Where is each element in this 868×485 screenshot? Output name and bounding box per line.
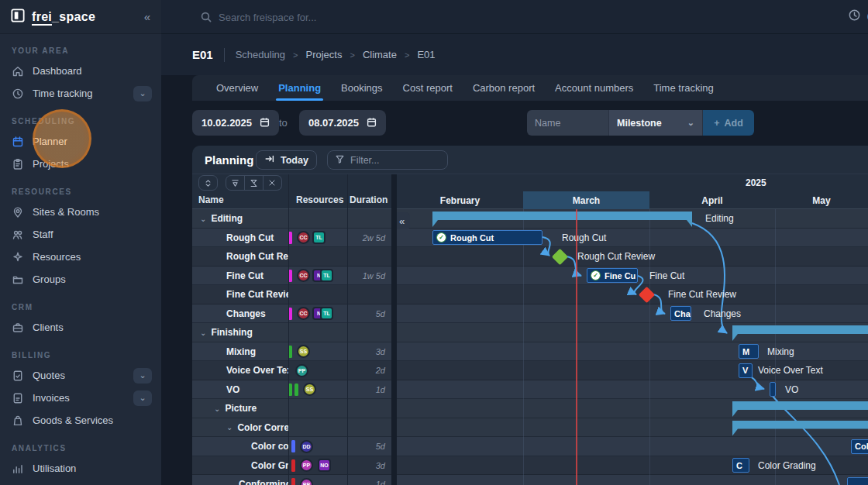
milestone-name-input[interactable] <box>527 110 609 136</box>
table-row-voice-over-text[interactable]: Voice Over Text PP 2d <box>192 361 391 380</box>
milestone-type-select[interactable]: Milestone ⌄ <box>609 110 703 136</box>
tab-cost-report[interactable]: Cost report <box>393 75 463 101</box>
sidebar-collapse-icon[interactable]: « <box>144 10 150 23</box>
clipboard-icon <box>12 158 24 170</box>
breadcrumb-scheduling[interactable]: Scheduling <box>236 49 285 60</box>
gantt-bar-fine-cut[interactable]: ✓ Fine Cu <box>587 268 638 283</box>
section-label-scheduling: SCHEDULING <box>12 117 161 126</box>
sidebar-item-time-tracking[interactable]: Time tracking ⌄ <box>0 82 161 105</box>
logo-text: frei_space <box>32 10 95 24</box>
sidebar-item-quotes[interactable]: Quotes ⌄ <box>0 364 161 387</box>
add-button[interactable]: + Add <box>703 110 754 136</box>
table-row-editing[interactable]: ⌄Editing <box>192 209 391 229</box>
tab-carbon-report[interactable]: Carbon report <box>463 75 545 101</box>
collapse-all-icon[interactable] <box>226 175 245 191</box>
sidebar-item-projects[interactable]: Projects <box>0 153 161 175</box>
gantt-bar-color-grading[interactable]: C <box>732 458 749 473</box>
tab-time-tracking[interactable]: Time tracking <box>643 75 724 101</box>
sidebar-item-resources[interactable]: Resources <box>0 246 161 268</box>
chart-row <box>397 475 868 485</box>
gantt-label-fine-cut-review: Fine Cut Review <box>668 289 736 300</box>
breadcrumb-projects[interactable]: Projects <box>305 49 342 60</box>
gantt-bar-mixing[interactable]: M <box>739 344 759 359</box>
sidebar-item-groups[interactable]: Groups <box>0 268 161 291</box>
gantt-bar-conforming[interactable] <box>847 477 868 485</box>
clock-icon <box>848 9 861 24</box>
gantt-bar-voice-over-text[interactable]: V <box>739 363 753 378</box>
table-row-finishing[interactable]: ⌄Finishing <box>192 323 391 342</box>
tab-overview[interactable]: Overview <box>206 75 268 101</box>
table-row-rough-cut-review[interactable]: Rough Cut Review <box>192 247 391 267</box>
sidebar-item-planner[interactable]: Planner <box>0 130 161 153</box>
main-area: 0 E01 Scheduling > Projects > Climate > … <box>161 0 868 485</box>
chevron-down-icon[interactable]: ⌄ <box>226 423 232 432</box>
tab-account-numbers[interactable]: Account numbers <box>545 75 643 101</box>
chevron-down-icon[interactable]: ⌄ <box>200 328 206 337</box>
table-row-color-correction[interactable]: Color correction DD 5d <box>192 437 391 456</box>
breadcrumb-climate[interactable]: Climate <box>363 49 397 60</box>
resource-badge: CC <box>297 231 310 244</box>
table-row-rough-cut[interactable]: Rough Cut CC TL 2w 5d <box>192 229 391 248</box>
table-row-vo[interactable]: VO SS 1d <box>192 380 391 400</box>
table-row-conforming[interactable]: Conforming PP 1d <box>192 475 391 485</box>
collapse-table-icon[interactable]: « <box>397 212 410 229</box>
table-row-fine-cut[interactable]: Fine Cut CC N TL 1w 5d <box>192 267 391 286</box>
duration-value: 2w 5d <box>363 229 385 248</box>
sidebar-item-staff[interactable]: Staff <box>0 223 161 246</box>
sidebar-item-utilisation[interactable]: Utilisation <box>0 457 161 480</box>
table-row-mixing[interactable]: Mixing SS 3d <box>192 342 391 362</box>
logo[interactable]: frei_space « <box>0 0 161 34</box>
gantt-bar-changes[interactable]: Cha <box>670 306 691 321</box>
resource-badge: PP <box>300 478 313 485</box>
date-from-field[interactable]: 10.02.2025 <box>192 110 279 136</box>
sidebar-item-goods-services[interactable]: Goods & Services <box>0 409 161 432</box>
duration-value: 3d <box>376 342 385 362</box>
duration-value: 5d <box>376 437 385 456</box>
table-row-color-grading[interactable]: Color Grading PP NO 3d <box>192 456 391 476</box>
table-row-picture[interactable]: ⌄Picture <box>192 399 391 418</box>
duration-value: 1w 5d <box>363 267 385 286</box>
resource-badge: CC <box>297 269 310 282</box>
gantt-label-voice-over-text: Voice Over Text <box>758 365 823 376</box>
briefcase-icon <box>12 322 24 334</box>
table-row-changes[interactable]: Changes CC N TL 5d <box>192 304 391 324</box>
chevron-down-icon[interactable]: ⌄ <box>200 215 206 223</box>
gantt-label-color-grading: Color Grading <box>758 460 816 471</box>
color-strip <box>291 478 295 485</box>
chevron-down-icon[interactable]: ⌄ <box>214 404 220 413</box>
check-icon: ✓ <box>591 270 601 280</box>
chevron-down-icon[interactable]: ⌄ <box>133 390 152 406</box>
filter-input[interactable] <box>350 155 436 166</box>
divider <box>224 48 225 62</box>
close-icon[interactable] <box>263 175 282 191</box>
filter-field[interactable] <box>327 150 448 170</box>
tab-bookings[interactable]: Bookings <box>331 75 392 101</box>
folder-icon <box>12 273 24 286</box>
sidebar-item-clients[interactable]: Clients <box>0 316 161 339</box>
tab-planning[interactable]: Planning <box>268 75 331 101</box>
expand-all-icon[interactable] <box>244 175 264 191</box>
table-chart-splitter[interactable] <box>391 174 397 485</box>
section-label-your-area: YOUR AREA <box>12 46 161 55</box>
sidebar-item-dashboard[interactable]: Dashboard <box>0 60 161 82</box>
gantt-bar-color-correction[interactable]: Col <box>851 439 868 454</box>
timer: 0 <box>848 9 868 24</box>
gantt-chart: « <box>397 209 868 485</box>
reorder-icon[interactable] <box>198 175 218 191</box>
add-milestone-group: Milestone ⌄ + Add <box>527 110 754 136</box>
breadcrumb-e01[interactable]: E01 <box>417 49 435 60</box>
chevron-down-icon[interactable]: ⌄ <box>133 86 152 101</box>
search-input[interactable] <box>219 8 653 26</box>
sidebar-item-invoices[interactable]: Invoices ⌄ <box>0 387 161 409</box>
sidebar-item-sites-rooms[interactable]: Sites & Rooms <box>0 201 161 223</box>
gantt-label-rough-cut-review: Rough Cut Review <box>577 251 655 262</box>
gantt-bar-vo[interactable] <box>770 382 776 397</box>
duration-value: 1d <box>376 380 385 400</box>
chevron-down-icon[interactable]: ⌄ <box>133 368 152 384</box>
chart-row <box>397 342 868 362</box>
table-row-color-correction-group[interactable]: ⌄Color Correction <box>192 418 391 438</box>
date-to-field[interactable]: 08.07.2025 <box>299 110 386 136</box>
gantt-bar-rough-cut[interactable]: ✓ Rough Cut <box>432 230 542 245</box>
table-row-fine-cut-review[interactable]: Fine Cut Review <box>192 285 391 304</box>
today-button[interactable]: Today <box>256 150 317 170</box>
